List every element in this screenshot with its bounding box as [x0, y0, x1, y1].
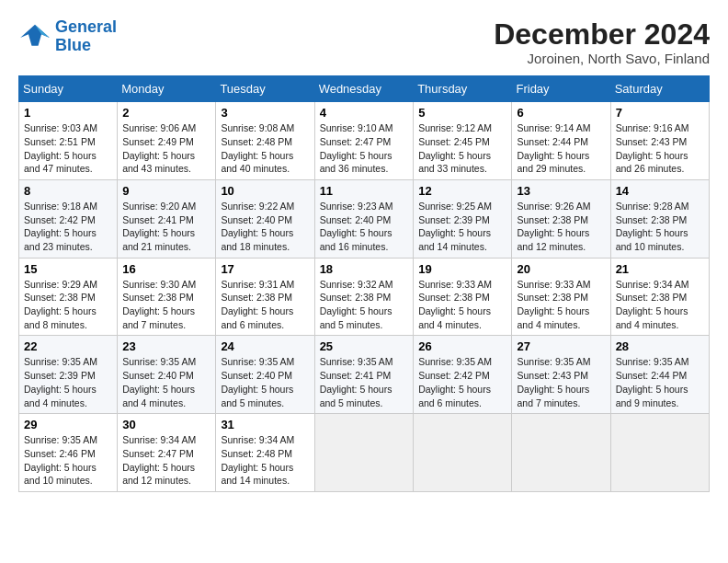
weekday-header-cell: Wednesday — [314, 76, 414, 102]
calendar-day-cell: 30Sunrise: 9:34 AM Sunset: 2:47 PM Dayli… — [118, 414, 216, 492]
day-number: 27 — [517, 339, 605, 353]
day-info: Sunrise: 9:33 AM Sunset: 2:38 PM Dayligh… — [418, 278, 506, 332]
day-number: 5 — [418, 106, 506, 120]
calendar-day-cell: 8Sunrise: 9:18 AM Sunset: 2:42 PM Daylig… — [19, 179, 118, 258]
calendar-day-cell — [512, 414, 610, 492]
day-number: 8 — [24, 184, 112, 198]
calendar-day-cell: 3Sunrise: 9:08 AM Sunset: 2:48 PM Daylig… — [216, 102, 314, 180]
location-subtitle: Joroinen, North Savo, Finland — [494, 51, 710, 66]
day-number: 18 — [320, 262, 409, 276]
day-info: Sunrise: 9:31 AM Sunset: 2:38 PM Dayligh… — [221, 278, 309, 332]
calendar-day-cell: 13Sunrise: 9:26 AM Sunset: 2:38 PM Dayli… — [512, 179, 610, 258]
weekday-header-cell: Thursday — [414, 76, 512, 102]
calendar-week-row: 8Sunrise: 9:18 AM Sunset: 2:42 PM Daylig… — [19, 179, 710, 258]
day-number: 24 — [221, 339, 309, 353]
day-info: Sunrise: 9:22 AM Sunset: 2:40 PM Dayligh… — [221, 200, 309, 254]
day-info: Sunrise: 9:20 AM Sunset: 2:41 PM Dayligh… — [122, 200, 210, 254]
calendar-day-cell: 9Sunrise: 9:20 AM Sunset: 2:41 PM Daylig… — [118, 179, 216, 258]
day-number: 20 — [517, 262, 605, 276]
calendar-week-row: 1Sunrise: 9:03 AM Sunset: 2:51 PM Daylig… — [19, 102, 710, 180]
calendar-day-cell: 18Sunrise: 9:32 AM Sunset: 2:38 PM Dayli… — [314, 258, 414, 336]
calendar-day-cell — [314, 414, 414, 492]
day-number: 26 — [418, 339, 506, 353]
calendar-day-cell: 21Sunrise: 9:34 AM Sunset: 2:38 PM Dayli… — [610, 258, 709, 336]
weekday-header-cell: Friday — [512, 76, 610, 102]
month-title: December 2024 — [494, 18, 710, 51]
calendar-day-cell: 17Sunrise: 9:31 AM Sunset: 2:38 PM Dayli… — [216, 258, 314, 336]
calendar-day-cell: 12Sunrise: 9:25 AM Sunset: 2:39 PM Dayli… — [414, 179, 512, 258]
day-info: Sunrise: 9:34 AM Sunset: 2:47 PM Dayligh… — [122, 433, 210, 488]
day-info: Sunrise: 9:23 AM Sunset: 2:40 PM Dayligh… — [320, 200, 409, 254]
day-number: 1 — [24, 106, 112, 120]
calendar-day-cell: 23Sunrise: 9:35 AM Sunset: 2:40 PM Dayli… — [118, 336, 216, 414]
title-block: December 2024 Joroinen, North Savo, Finl… — [494, 18, 710, 66]
weekday-header-cell: Saturday — [610, 76, 709, 102]
day-number: 7 — [616, 106, 704, 120]
day-number: 22 — [24, 339, 112, 353]
day-number: 23 — [122, 339, 210, 353]
calendar-day-cell: 31Sunrise: 9:34 AM Sunset: 2:48 PM Dayli… — [216, 414, 314, 492]
day-info: Sunrise: 9:35 AM Sunset: 2:46 PM Dayligh… — [24, 433, 112, 488]
day-number: 29 — [24, 418, 112, 431]
day-number: 15 — [24, 262, 112, 276]
page-header: General Blue December 2024 Joroinen, Nor… — [18, 18, 710, 66]
day-number: 11 — [320, 184, 409, 198]
weekday-header-cell: Sunday — [19, 76, 118, 102]
calendar-day-cell: 28Sunrise: 9:35 AM Sunset: 2:44 PM Dayli… — [610, 336, 709, 414]
day-number: 19 — [418, 262, 506, 276]
day-info: Sunrise: 9:08 AM Sunset: 2:48 PM Dayligh… — [221, 121, 309, 176]
calendar-day-cell: 1Sunrise: 9:03 AM Sunset: 2:51 PM Daylig… — [19, 102, 118, 180]
logo-text: General Blue — [55, 18, 117, 55]
day-number: 9 — [122, 184, 210, 198]
calendar-body: 1Sunrise: 9:03 AM Sunset: 2:51 PM Daylig… — [19, 102, 710, 492]
calendar-day-cell: 14Sunrise: 9:28 AM Sunset: 2:38 PM Dayli… — [610, 179, 709, 258]
calendar-day-cell: 26Sunrise: 9:35 AM Sunset: 2:42 PM Dayli… — [414, 336, 512, 414]
calendar-day-cell: 11Sunrise: 9:23 AM Sunset: 2:40 PM Dayli… — [314, 179, 414, 258]
day-info: Sunrise: 9:25 AM Sunset: 2:39 PM Dayligh… — [418, 200, 506, 254]
calendar-day-cell: 27Sunrise: 9:35 AM Sunset: 2:43 PM Dayli… — [512, 336, 610, 414]
day-info: Sunrise: 9:12 AM Sunset: 2:45 PM Dayligh… — [418, 121, 506, 176]
day-info: Sunrise: 9:34 AM Sunset: 2:48 PM Dayligh… — [221, 433, 309, 488]
day-info: Sunrise: 9:30 AM Sunset: 2:38 PM Dayligh… — [122, 278, 210, 332]
day-info: Sunrise: 9:16 AM Sunset: 2:43 PM Dayligh… — [616, 121, 704, 176]
calendar-day-cell: 22Sunrise: 9:35 AM Sunset: 2:39 PM Dayli… — [19, 336, 118, 414]
calendar-day-cell: 15Sunrise: 9:29 AM Sunset: 2:38 PM Dayli… — [19, 258, 118, 336]
weekday-header-cell: Tuesday — [216, 76, 314, 102]
day-number: 10 — [221, 184, 309, 198]
day-info: Sunrise: 9:03 AM Sunset: 2:51 PM Dayligh… — [24, 121, 112, 176]
calendar-day-cell: 24Sunrise: 9:35 AM Sunset: 2:40 PM Dayli… — [216, 336, 314, 414]
calendar-day-cell: 29Sunrise: 9:35 AM Sunset: 2:46 PM Dayli… — [19, 414, 118, 492]
calendar-table: SundayMondayTuesdayWednesdayThursdayFrid… — [18, 75, 710, 492]
day-info: Sunrise: 9:06 AM Sunset: 2:49 PM Dayligh… — [122, 121, 210, 176]
day-number: 30 — [122, 418, 210, 431]
day-info: Sunrise: 9:32 AM Sunset: 2:38 PM Dayligh… — [320, 278, 409, 332]
calendar-day-cell: 10Sunrise: 9:22 AM Sunset: 2:40 PM Dayli… — [216, 179, 314, 258]
logo: General Blue — [18, 18, 117, 55]
weekday-header-cell: Monday — [118, 76, 216, 102]
calendar-day-cell: 2Sunrise: 9:06 AM Sunset: 2:49 PM Daylig… — [118, 102, 216, 180]
day-info: Sunrise: 9:29 AM Sunset: 2:38 PM Dayligh… — [24, 278, 112, 332]
day-number: 14 — [616, 184, 704, 198]
day-number: 21 — [616, 262, 704, 276]
day-number: 3 — [221, 106, 309, 120]
day-number: 31 — [221, 418, 309, 431]
calendar-day-cell: 4Sunrise: 9:10 AM Sunset: 2:47 PM Daylig… — [314, 102, 414, 180]
day-info: Sunrise: 9:34 AM Sunset: 2:38 PM Dayligh… — [616, 278, 704, 332]
day-number: 13 — [517, 184, 605, 198]
calendar-day-cell — [414, 414, 512, 492]
calendar-week-row: 22Sunrise: 9:35 AM Sunset: 2:39 PM Dayli… — [19, 336, 710, 414]
day-number: 12 — [418, 184, 506, 198]
day-info: Sunrise: 9:14 AM Sunset: 2:44 PM Dayligh… — [517, 121, 605, 176]
calendar-week-row: 15Sunrise: 9:29 AM Sunset: 2:38 PM Dayli… — [19, 258, 710, 336]
day-info: Sunrise: 9:35 AM Sunset: 2:43 PM Dayligh… — [517, 355, 605, 409]
day-info: Sunrise: 9:35 AM Sunset: 2:40 PM Dayligh… — [221, 355, 309, 409]
day-number: 25 — [320, 339, 409, 353]
day-info: Sunrise: 9:10 AM Sunset: 2:47 PM Dayligh… — [320, 121, 409, 176]
day-info: Sunrise: 9:35 AM Sunset: 2:42 PM Dayligh… — [418, 355, 506, 409]
calendar-day-cell: 25Sunrise: 9:35 AM Sunset: 2:41 PM Dayli… — [314, 336, 414, 414]
day-info: Sunrise: 9:33 AM Sunset: 2:38 PM Dayligh… — [517, 278, 605, 332]
logo-icon — [18, 23, 51, 51]
day-number: 2 — [122, 106, 210, 120]
weekday-header-row: SundayMondayTuesdayWednesdayThursdayFrid… — [19, 76, 710, 102]
calendar-day-cell: 19Sunrise: 9:33 AM Sunset: 2:38 PM Dayli… — [414, 258, 512, 336]
